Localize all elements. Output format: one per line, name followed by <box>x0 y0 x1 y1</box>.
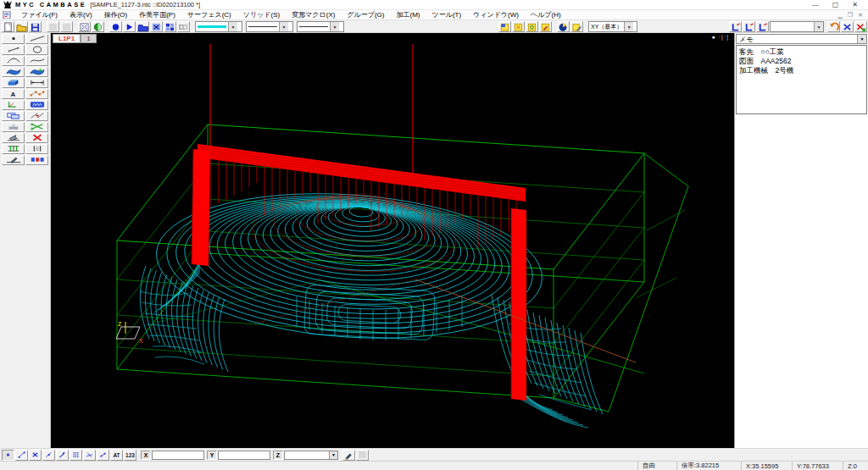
coord-input-y[interactable] <box>218 451 270 460</box>
menu-item-8[interactable]: 加工(M) <box>391 10 426 19</box>
snap-cross-button[interactable] <box>29 450 42 461</box>
edit-coord-button[interactable] <box>342 450 355 461</box>
dimension-tool[interactable] <box>25 78 48 88</box>
menu-item-0[interactable]: ファイル(F) <box>15 10 64 19</box>
coord-combobox-z[interactable]: ▼ <box>284 451 338 460</box>
workplane-combobox[interactable]: XY（基本） ▼ <box>588 21 637 32</box>
menu-item-1[interactable]: 表示(V) <box>64 10 98 19</box>
trim-scissors-tool[interactable] <box>25 122 48 132</box>
memo-combobox[interactable]: メモ ▼ <box>736 34 867 44</box>
apply-coord-button[interactable] <box>356 450 369 461</box>
surface-tool[interactable] <box>2 67 25 77</box>
view-tab-1[interactable]: 1 <box>81 34 96 43</box>
macro-pad-tool[interactable] <box>25 100 48 110</box>
mdi-restore-button[interactable]: ❐ <box>848 12 853 19</box>
delete-tool[interactable] <box>25 133 48 143</box>
plane-zx-button[interactable] <box>526 21 538 32</box>
menu-item-3[interactable]: 作業平面(P) <box>133 10 181 19</box>
ruler-tool[interactable] <box>25 144 48 154</box>
undo-button[interactable] <box>827 21 840 32</box>
line-tool[interactable] <box>25 34 48 44</box>
menu-item-2[interactable]: 操作(O) <box>98 10 134 19</box>
drawing-canvas[interactable]: L1P11 ● ·|·| ZX <box>51 33 734 448</box>
plane-edit-button[interactable] <box>539 21 552 32</box>
grid-button[interactable] <box>164 21 176 32</box>
memo-panel: メモ ▼ 客先 ○○工業図面 AAA2562加工機械 2号機 <box>734 33 868 448</box>
plane-xy-button[interactable] <box>498 21 511 32</box>
spline-tool[interactable] <box>25 56 48 66</box>
iso-view-button[interactable] <box>557 21 570 32</box>
menu-item-7[interactable]: グループ(G) <box>341 10 390 19</box>
view-tab-0[interactable]: L1P1 <box>53 34 81 43</box>
fit-view-button[interactable] <box>78 21 91 32</box>
angle-lines-tool[interactable] <box>25 111 48 121</box>
arc-tool[interactable] <box>2 56 25 66</box>
menu-item-10[interactable]: ウィンドウ(W) <box>467 10 525 19</box>
snap-mid-button[interactable] <box>42 450 55 461</box>
snap-end-button[interactable] <box>15 450 28 461</box>
circle-tool[interactable] <box>25 45 48 55</box>
linetype-combobox[interactable]: ▼ <box>246 21 293 32</box>
point-mode-button[interactable] <box>109 21 122 32</box>
delete-red-button[interactable] <box>854 21 867 32</box>
pencil-icon <box>343 450 354 460</box>
open-file-button[interactable] <box>15 21 28 32</box>
menu-item-4[interactable]: サーフェス(C) <box>181 10 237 19</box>
minimize-button[interactable]: — <box>812 1 819 9</box>
snap-grid-button[interactable] <box>70 450 82 461</box>
play-button[interactable] <box>123 21 136 32</box>
cad-viewport[interactable]: ZX <box>51 44 734 448</box>
titlebar: MYC CAMBASE [SAMPLE_1127-3.ntc ::ID02021… <box>0 0 868 10</box>
menu-item-5[interactable]: ソリッド(S) <box>237 10 286 19</box>
surface-point-tool[interactable] <box>25 67 48 77</box>
snap-free-button[interactable] <box>2 450 14 461</box>
save-file-button[interactable] <box>29 21 42 32</box>
snap-intersect-button[interactable] <box>97 450 109 461</box>
new-file-button[interactable] <box>2 21 14 32</box>
toolbar-top: ▼ ▼ ▼ XY（基本） ▼ ▼ <box>0 20 868 33</box>
point-tool[interactable] <box>2 34 25 44</box>
fence-tool[interactable] <box>2 144 25 154</box>
menu-item-11[interactable]: ヘルプ(H) <box>525 10 567 19</box>
point-chain-tool[interactable] <box>25 89 48 99</box>
close-x-button[interactable] <box>841 21 854 32</box>
layer-2-button[interactable] <box>743 21 755 32</box>
snap-123-button[interactable]: 123 <box>124 450 136 461</box>
color-combobox[interactable]: ▼ <box>195 21 242 32</box>
memo-text-area[interactable]: 客先 ○○工業図面 AAA2562加工機械 2号機 <box>736 45 867 114</box>
close-view-button[interactable] <box>150 21 163 32</box>
menu-item-6[interactable]: 変形マクロ(X) <box>286 10 341 19</box>
maximize-button[interactable]: ▢ <box>832 1 839 9</box>
mdi-minimize-button[interactable]: ▁ <box>837 12 842 19</box>
text-tool[interactable]: A <box>2 89 25 99</box>
coord-label-z: Z <box>273 451 283 460</box>
rect-copy-tool[interactable] <box>2 111 25 121</box>
snap-near-button[interactable] <box>83 450 96 461</box>
solid-tool[interactable] <box>2 78 25 88</box>
layer-folder-button[interactable] <box>136 21 149 32</box>
menu-item-9[interactable]: ツール(T) <box>426 10 468 19</box>
move-tool[interactable] <box>2 133 25 143</box>
snap-at-button[interactable]: AT <box>110 450 123 461</box>
mdi-close-button[interactable]: ✕ <box>858 12 863 19</box>
linetype-swatch <box>248 26 277 27</box>
work-axes-tool[interactable] <box>2 100 25 110</box>
link-button[interactable] <box>177 21 190 32</box>
linewidth-combobox[interactable]: ▼ <box>297 21 344 32</box>
plane-yz-button[interactable] <box>512 21 525 32</box>
layer-3-button[interactable] <box>756 21 769 32</box>
coord-input-z[interactable] <box>285 451 329 459</box>
coord-input-x[interactable] <box>152 451 204 460</box>
stamp-tool[interactable] <box>2 122 25 132</box>
snap-arrow-button[interactable] <box>56 450 69 461</box>
layer-1-button[interactable] <box>729 21 742 32</box>
close-button[interactable]: ✕ <box>852 1 858 9</box>
shade-view-button[interactable] <box>92 21 104 32</box>
sketch-tool[interactable] <box>2 155 25 165</box>
disabled-button-1[interactable] <box>47 21 59 32</box>
edit-view-button[interactable] <box>570 21 583 32</box>
disabled-button-2[interactable] <box>60 21 73 32</box>
segment-tool[interactable] <box>2 45 25 55</box>
search-combobox[interactable]: ▼ <box>770 21 824 32</box>
view-boxes-tool[interactable] <box>25 155 48 165</box>
